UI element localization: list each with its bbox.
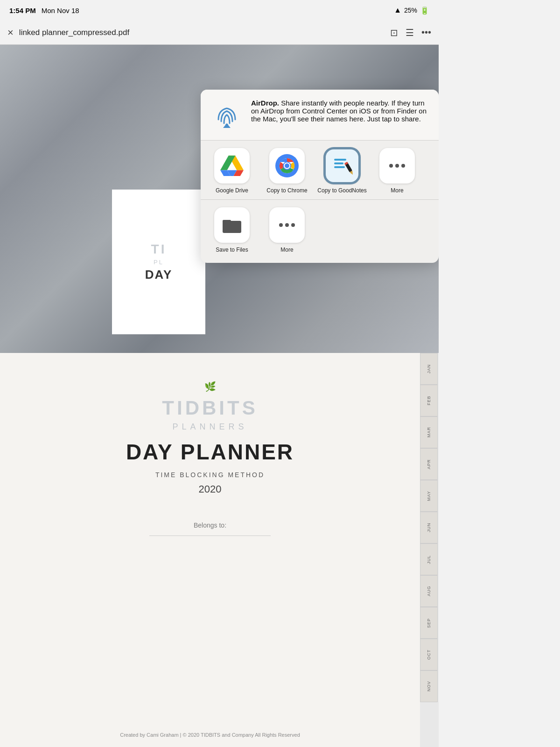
- save-to-files-icon-box: [214, 207, 250, 243]
- action-dot-3: [291, 223, 295, 227]
- reader-icon[interactable]: ☰: [406, 27, 414, 38]
- tab-feb[interactable]: FEB: [420, 385, 438, 416]
- status-date: Mon Nov 18: [42, 7, 79, 14]
- time-blocking-label: TIME BLOCKING METHOD: [155, 471, 265, 479]
- svg-rect-18: [223, 220, 231, 224]
- tab-aug[interactable]: AUG: [420, 575, 438, 607]
- tab-jun[interactable]: JUN: [420, 512, 438, 543]
- more-actions-item[interactable]: More: [261, 207, 313, 253]
- battery-indicator: 25%: [404, 7, 417, 14]
- planners-subtitle: PLANNERS: [172, 422, 247, 432]
- belongs-line: [149, 536, 271, 536]
- status-icons: ▲ 25% 🔋: [394, 6, 429, 15]
- status-bar: 1:54 PM Mon Nov 18 ▲ 25% 🔋: [0, 0, 439, 21]
- copy-to-chrome-app[interactable]: Copy to Chrome: [261, 148, 313, 194]
- pdf-bottom: 🌿 TIDBITS PLANNERS DAY PLANNER TIME BLOC…: [0, 353, 420, 747]
- more-dots-icon: [389, 164, 405, 168]
- chrome-icon: [275, 154, 299, 177]
- copy-to-chrome-label: Copy to Chrome: [266, 187, 307, 194]
- airdrop-title: AirDrop. Share instantly with people nea…: [251, 99, 429, 123]
- tab-mar[interactable]: MAR: [420, 416, 438, 448]
- more-options-icon[interactable]: •••: [421, 27, 431, 38]
- status-time: 1:54 PM: [9, 7, 36, 14]
- more-apps-label: More: [391, 187, 403, 194]
- airdrop-icon: [210, 99, 244, 133]
- belongs-to-label: Belongs to:: [194, 521, 226, 529]
- more-actions-label: More: [280, 247, 293, 253]
- tab-oct[interactable]: OCT: [420, 639, 438, 670]
- year-label: 2020: [199, 483, 222, 495]
- nav-bar: × linked planner_compressed.pdf ⊡ ☰ •••: [0, 21, 439, 45]
- google-drive-icon-box: [214, 148, 250, 183]
- tab-sep[interactable]: SEP: [420, 607, 438, 639]
- google-drive-app[interactable]: Google Drive: [206, 148, 258, 194]
- more-actions-dots-icon: [279, 223, 295, 227]
- svg-rect-13: [334, 166, 345, 168]
- pdf-card: TI PL DAY: [112, 190, 205, 334]
- apps-list: Google Drive: [206, 148, 433, 194]
- airdrop-section[interactable]: AirDrop. Share instantly with people nea…: [201, 90, 439, 141]
- battery-icon: 🔋: [420, 6, 429, 15]
- side-tabs: JAN FEB MAR APR MAY JUN JUL AUG SEP OCT …: [420, 353, 439, 702]
- tab-may[interactable]: MAY: [420, 480, 438, 512]
- day-planner-title: DAY PLANNER: [126, 439, 294, 465]
- google-drive-label: Google Drive: [216, 187, 248, 194]
- goodnotes-icon: [330, 154, 354, 177]
- card-ti: TI: [151, 242, 167, 257]
- decoration-icon: 🌿: [204, 381, 216, 392]
- svg-point-0: [225, 124, 228, 127]
- save-to-files-app[interactable]: Save to Files: [206, 207, 258, 253]
- main-content: TI PL DAY 🌿 TIDBITS PLANNERS DAY PLANNER…: [0, 45, 439, 747]
- wifi-icon: ▲: [394, 6, 401, 14]
- close-button[interactable]: ×: [7, 27, 14, 39]
- search-icon[interactable]: ⊡: [390, 27, 398, 38]
- svg-point-10: [285, 163, 289, 168]
- copy-to-goodnotes-icon-box: [324, 148, 360, 183]
- actions-list: Save to Files More: [206, 207, 433, 253]
- dot-3: [401, 164, 405, 168]
- card-pl: PL: [154, 259, 164, 266]
- save-to-files-icon: [222, 216, 242, 234]
- document-title: linked planner_compressed.pdf: [19, 28, 390, 37]
- tab-nov[interactable]: NOV: [420, 670, 438, 702]
- tidbits-title: TIDBITS: [162, 397, 258, 419]
- airdrop-text: AirDrop. Share instantly with people nea…: [251, 99, 429, 125]
- copy-to-chrome-icon-box: [269, 148, 305, 183]
- copy-to-goodnotes-label: Copy to GoodNotes: [317, 187, 366, 194]
- card-day: DAY: [145, 268, 173, 282]
- apps-row-2: Save to Files More: [201, 200, 439, 262]
- google-drive-icon: [220, 155, 244, 176]
- svg-rect-12: [334, 162, 343, 164]
- svg-rect-11: [334, 159, 346, 161]
- more-actions-icon-box: [269, 207, 305, 243]
- copy-to-goodnotes-app[interactable]: Copy to GoodNotes: [316, 148, 368, 194]
- tab-jan[interactable]: JAN: [420, 353, 438, 385]
- share-sheet: AirDrop. Share instantly with people nea…: [201, 90, 439, 263]
- tab-apr[interactable]: APR: [420, 448, 438, 480]
- more-apps-item[interactable]: More: [371, 148, 423, 194]
- dot-1: [389, 164, 393, 168]
- dot-2: [395, 164, 399, 168]
- apps-row-1: Google Drive: [201, 141, 439, 200]
- tab-jul[interactable]: JUL: [420, 543, 438, 575]
- save-to-files-label: Save to Files: [216, 247, 248, 253]
- nav-actions: ⊡ ☰ •••: [390, 27, 431, 38]
- more-apps-icon-box: [379, 148, 415, 183]
- action-dot-2: [285, 223, 289, 227]
- action-dot-1: [279, 223, 283, 227]
- copyright-text: Created by Cami Graham | © 2020 TIDBITS …: [120, 732, 300, 738]
